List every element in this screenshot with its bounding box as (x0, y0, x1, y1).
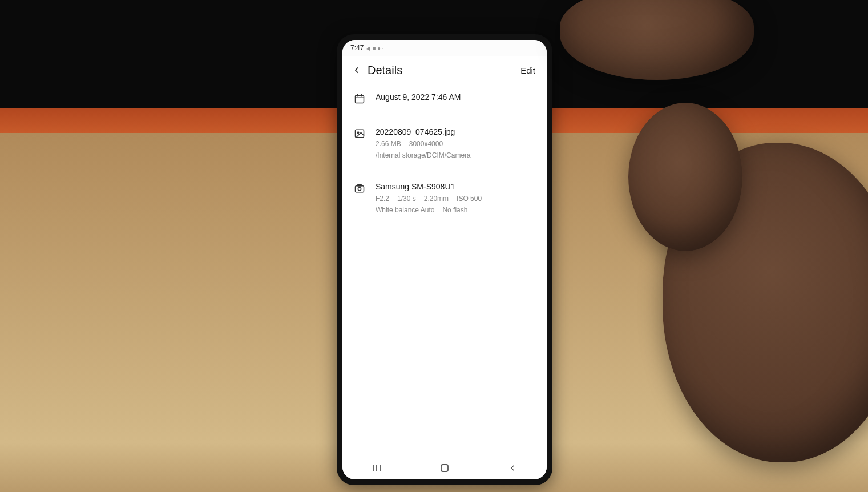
date-row: August 9, 2022 7:46 AM (352, 87, 538, 116)
svg-point-7 (358, 188, 361, 191)
status-bar: 7:47 ◀ ■ ● · (342, 40, 547, 56)
camera-row: Samsung SM-S908U1 F2.2 1/30 s 2.20mm ISO… (352, 171, 538, 225)
file-size: 2.66 MB (376, 139, 401, 149)
recents-icon (372, 464, 382, 472)
back-system-icon (508, 463, 517, 473)
file-dimensions: 3000x4000 (409, 139, 443, 149)
camera-focal: 2.20mm (424, 193, 449, 204)
camera-aperture: F2.2 (376, 193, 389, 204)
camera-iso: ISO 500 (457, 193, 482, 204)
file-path: /Internal storage/DCIM/Camera (376, 150, 535, 160)
app-header: Details Edit (342, 56, 547, 87)
camera-device: Samsung SM-S908U1 (376, 182, 535, 191)
home-button[interactable] (427, 459, 462, 477)
status-icons: ◀ ■ ● · (366, 45, 383, 51)
svg-rect-8 (358, 184, 362, 186)
page-title: Details (368, 64, 518, 77)
camera-wb: White balance Auto (376, 205, 434, 215)
file-name: 20220809_074625.jpg (376, 127, 535, 136)
date-text: August 9, 2022 7:46 AM (376, 92, 535, 102)
details-content: August 9, 2022 7:46 AM 20220809_074625.j… (342, 87, 547, 457)
status-time: 7:47 (350, 44, 364, 52)
recents-button[interactable] (360, 459, 394, 477)
file-row: 20220809_074625.jpg 2.66 MB 3000x4000 /I… (352, 116, 538, 171)
svg-rect-12 (441, 465, 448, 471)
camera-flash: No flash (442, 205, 467, 215)
svg-rect-6 (356, 186, 364, 192)
phone-frame: 7:47 ◀ ■ ● · Details Edit August 9, 2022… (337, 34, 552, 485)
svg-rect-0 (356, 95, 364, 103)
calendar-icon (354, 93, 366, 106)
system-nav-bar (342, 457, 547, 479)
phone-screen: 7:47 ◀ ■ ● · Details Edit August 9, 2022… (342, 40, 547, 479)
back-button[interactable] (348, 62, 365, 79)
back-system-button[interactable] (495, 459, 530, 477)
svg-point-5 (357, 132, 359, 134)
image-icon (354, 128, 366, 140)
camera-shutter: 1/30 s (397, 193, 416, 204)
edit-button[interactable]: Edit (518, 63, 538, 78)
camera-icon (354, 183, 366, 195)
home-icon (439, 463, 450, 473)
chevron-left-icon (352, 65, 362, 75)
